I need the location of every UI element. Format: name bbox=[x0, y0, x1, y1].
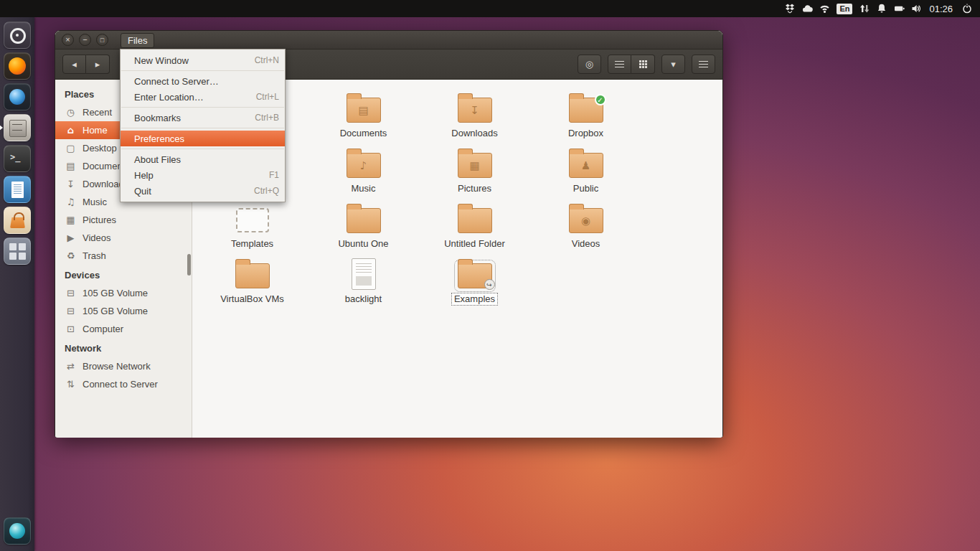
list-view-button[interactable] bbox=[608, 55, 631, 74]
launcher-item[interactable] bbox=[4, 52, 31, 80]
file-item[interactable]: ♪ Music bbox=[308, 145, 419, 200]
menu-item[interactable] bbox=[121, 149, 284, 149]
launcher-item[interactable] bbox=[4, 83, 31, 110]
launcher-item-bottom[interactable] bbox=[4, 517, 31, 545]
file-item[interactable]: Examples bbox=[419, 255, 530, 311]
menu-item[interactable]: New Window Ctrl+N bbox=[121, 52, 285, 68]
window-titlebar[interactable]: Files bbox=[55, 31, 722, 50]
menu-item[interactable]: Enter Location… Ctrl+L bbox=[121, 89, 285, 105]
file-label: Music bbox=[349, 182, 379, 195]
file-icon: ▦ bbox=[458, 153, 492, 178]
sound-icon[interactable] bbox=[908, 0, 925, 17]
sidebar-item-icon bbox=[65, 306, 77, 316]
sidebar-scrollbar-thumb[interactable] bbox=[187, 254, 191, 276]
minimize-button[interactable] bbox=[79, 34, 91, 46]
menu-item-shortcut: Ctrl+L bbox=[256, 92, 279, 102]
file-label: Examples bbox=[451, 293, 498, 306]
sidebar-item[interactable]: 105 GB Volume bbox=[55, 302, 192, 320]
menu-item-label: Connect to Server… bbox=[134, 76, 279, 87]
battery-icon[interactable] bbox=[890, 0, 908, 17]
file-icon: ↧ bbox=[458, 98, 492, 123]
grid-view-button[interactable] bbox=[631, 55, 655, 74]
file-label: Documents bbox=[337, 127, 390, 140]
notifications-bell-icon[interactable] bbox=[873, 0, 890, 17]
menu-item-label: Enter Location… bbox=[134, 92, 256, 103]
sidebar-item-label: Pictures bbox=[83, 215, 116, 225]
menu-item[interactable]: Preferences bbox=[121, 131, 285, 146]
menu-item[interactable]: Quit Ctrl+Q bbox=[121, 183, 285, 199]
launcher-item[interactable] bbox=[4, 207, 31, 234]
launcher-item[interactable] bbox=[4, 22, 31, 49]
sidebar-item[interactable]: Computer bbox=[55, 320, 192, 338]
view-options-dropdown-button[interactable]: ▾ bbox=[661, 55, 685, 74]
ubuntuone-cloud-icon[interactable] bbox=[798, 0, 816, 17]
sidebar-item[interactable]: Trash bbox=[55, 247, 192, 265]
menu-item[interactable] bbox=[121, 70, 284, 71]
launcher-item[interactable] bbox=[4, 176, 31, 203]
file-label: Untitled Folder bbox=[441, 237, 508, 250]
file-label: backlight bbox=[342, 293, 385, 306]
file-item[interactable]: Dropbox bbox=[530, 90, 641, 145]
forward-button[interactable]: ▸ bbox=[86, 55, 110, 74]
sidebar-item[interactable]: Pictures bbox=[55, 211, 192, 229]
close-button[interactable] bbox=[62, 34, 74, 46]
sidebar-item[interactable]: Connect to Server bbox=[55, 375, 192, 393]
sidebar-item[interactable]: 105 GB Volume bbox=[55, 284, 192, 302]
folder-content-glyph: ♟ bbox=[570, 154, 603, 177]
wifi-icon[interactable] bbox=[816, 0, 833, 17]
menu-item[interactable]: Connect to Server… bbox=[121, 73, 285, 89]
location-icon: ◎ bbox=[585, 59, 593, 70]
sidebar-item[interactable]: Videos bbox=[55, 229, 192, 247]
file-item[interactable]: ↧ Downloads bbox=[419, 90, 530, 145]
file-label: Dropbox bbox=[565, 127, 606, 140]
file-item[interactable]: ▦ Pictures bbox=[419, 145, 530, 200]
file-label: Public bbox=[570, 182, 601, 195]
sidebar-item-label: Browse Network bbox=[83, 361, 151, 372]
dropbox-icon[interactable] bbox=[781, 0, 798, 17]
sidebar-item-label: Videos bbox=[83, 232, 111, 243]
launcher-item[interactable] bbox=[4, 237, 31, 265]
file-label: Pictures bbox=[455, 182, 494, 195]
file-icon bbox=[347, 208, 381, 233]
folder-content-glyph bbox=[458, 209, 491, 232]
file-item[interactable]: Untitled Folder bbox=[419, 200, 530, 255]
menu-item[interactable] bbox=[121, 107, 284, 108]
hamburger-menu-icon bbox=[699, 61, 708, 68]
sidebar-item-label: Recent bbox=[83, 107, 112, 118]
file-item[interactable]: VirtualBox VMs bbox=[197, 255, 308, 311]
sidebar-item-icon bbox=[65, 161, 77, 171]
file-item[interactable]: backlight bbox=[308, 255, 419, 311]
sidebar-item-icon bbox=[65, 324, 77, 334]
app-menu-files-button[interactable]: Files bbox=[121, 33, 154, 48]
file-item[interactable]: ♟ Public bbox=[530, 145, 641, 200]
file-item[interactable]: Templates bbox=[197, 200, 308, 255]
search-location-button[interactable]: ◎ bbox=[578, 55, 601, 74]
sidebar-item-icon bbox=[65, 197, 77, 207]
menu-item-shortcut: Ctrl+Q bbox=[254, 186, 279, 196]
sidebar-item[interactable]: Browse Network bbox=[55, 357, 192, 375]
sidebar-item-icon bbox=[65, 179, 77, 189]
menu-item[interactable]: Help F1 bbox=[121, 167, 285, 183]
file-item[interactable]: ◉ Videos bbox=[530, 200, 641, 255]
file-item[interactable]: ▤ Documents bbox=[308, 90, 419, 145]
sidebar-item-label: 105 GB Volume bbox=[83, 288, 148, 298]
folder-content-glyph bbox=[347, 209, 380, 232]
session-power-icon[interactable] bbox=[958, 0, 976, 17]
keyboard-layout-indicator[interactable]: En bbox=[837, 4, 852, 14]
back-button[interactable]: ◂ bbox=[62, 55, 86, 74]
menu-item[interactable] bbox=[121, 128, 284, 128]
menu-item[interactable]: About Files bbox=[121, 151, 285, 167]
file-item[interactable]: Ubuntu One bbox=[308, 200, 419, 255]
sidebar-item-label: Connect to Server bbox=[83, 379, 158, 390]
launcher-item[interactable] bbox=[4, 145, 31, 172]
file-icon bbox=[352, 258, 376, 290]
folder-content-glyph: ↧ bbox=[458, 98, 491, 122]
launcher-item[interactable] bbox=[4, 114, 31, 141]
clock[interactable]: 01:26 bbox=[929, 4, 953, 14]
list-view-icon bbox=[615, 61, 624, 68]
window-menu-button[interactable] bbox=[692, 55, 715, 74]
menu-item[interactable]: Bookmarks Ctrl+B bbox=[121, 110, 285, 126]
sidebar-item-label: Music bbox=[83, 197, 107, 207]
maximize-button[interactable] bbox=[96, 34, 108, 46]
network-arrows-icon[interactable] bbox=[856, 0, 873, 17]
